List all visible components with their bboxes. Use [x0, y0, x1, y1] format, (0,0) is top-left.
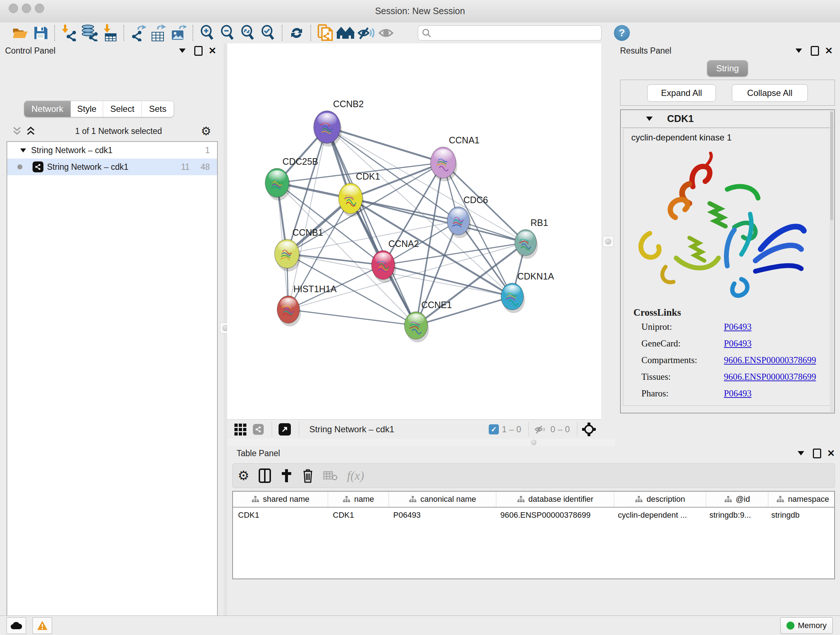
- network-options-gear-icon[interactable]: ⚙: [201, 125, 211, 137]
- column-header-shared-name[interactable]: shared name: [233, 492, 328, 507]
- crosslink-link[interactable]: P06493: [724, 388, 752, 399]
- collapse-all-icon[interactable]: [11, 126, 22, 136]
- table-row[interactable]: CDK1CDK1P064939606.ENSP00000378699cyclin…: [233, 508, 834, 523]
- crosslink-link[interactable]: 9606.ENSP00000378699: [724, 355, 816, 365]
- float-panel-icon[interactable]: [813, 448, 821, 458]
- entry-collapse-icon[interactable]: [646, 117, 653, 121]
- collapse-all-button[interactable]: Collapse All: [732, 84, 808, 102]
- tab-string[interactable]: String: [707, 60, 748, 76]
- table-options-gear-icon[interactable]: ⚙: [238, 469, 249, 482]
- crosslink-link[interactable]: P06493: [724, 322, 752, 332]
- export-image-button[interactable]: [169, 24, 189, 42]
- show-columns-icon[interactable]: [259, 469, 271, 483]
- edge-HIST1H1A-CCNE1[interactable]: [288, 310, 416, 325]
- close-panel-icon[interactable]: ✕: [825, 46, 833, 55]
- close-window-button[interactable]: [9, 4, 18, 13]
- selected-nodes-checkbox-icon[interactable]: ✓: [489, 424, 499, 434]
- close-panel-icon[interactable]: ✕: [827, 448, 835, 458]
- hidden-eye-icon[interactable]: [533, 424, 548, 435]
- help-button[interactable]: ?: [614, 25, 630, 41]
- add-column-icon[interactable]: [280, 469, 293, 483]
- tab-select[interactable]: Select: [103, 101, 142, 117]
- network-collection-row[interactable]: String Network – cdk1 1: [7, 142, 217, 158]
- splitter-handle[interactable]: [531, 440, 537, 445]
- vertical-splitter[interactable]: [224, 43, 227, 616]
- edge-CDK1-RB1[interactable]: [351, 198, 526, 242]
- edge-CCNB1-CCNA2[interactable]: [287, 254, 383, 265]
- node-label-RB1: RB1: [531, 218, 548, 228]
- show-all-button[interactable]: [376, 24, 396, 42]
- export-network-button[interactable]: [128, 24, 148, 42]
- network-overview-icon[interactable]: [253, 424, 264, 435]
- cell-namespace[interactable]: stringdb: [766, 508, 835, 523]
- column-header-database-identifier[interactable]: database identifier: [496, 492, 614, 507]
- close-panel-icon[interactable]: ✕: [208, 46, 216, 55]
- cell-@id[interactable]: stringdb:9...: [704, 508, 766, 523]
- expand-all-button[interactable]: Expand All: [647, 84, 716, 102]
- edge-CCNB2-RB1[interactable]: [327, 127, 526, 242]
- edge-CCNB2-HIST1H1A[interactable]: [288, 127, 327, 310]
- cloud-status-button[interactable]: [6, 617, 26, 634]
- panel-menu-icon[interactable]: [796, 49, 802, 53]
- import-table-button[interactable]: [99, 24, 120, 42]
- node-HIST1H1A[interactable]: HIST1H1A: [277, 284, 337, 326]
- column-header-namespace[interactable]: namespace: [768, 492, 835, 507]
- node-CDKN1A[interactable]: CDKN1A: [501, 271, 554, 313]
- export-table-button[interactable]: [148, 24, 169, 42]
- results-scrollbar[interactable]: [830, 111, 834, 412]
- string-network-graph[interactable]: CCNB2CCNA1CDC25BCDK1CDC6RB1CCNB1CCNA2CDK…: [227, 43, 601, 419]
- node-RB1[interactable]: RB1: [515, 218, 548, 259]
- import-database-button[interactable]: [79, 24, 99, 42]
- tab-sets[interactable]: Sets: [142, 101, 174, 117]
- minimize-window-button[interactable]: [22, 4, 31, 13]
- network-canvas[interactable]: CCNB2CCNA1CDC25BCDK1CDC6RB1CCNB1CCNA2CDK…: [227, 43, 601, 419]
- hide-selected-button[interactable]: [355, 24, 376, 42]
- import-network-button[interactable]: [59, 24, 79, 42]
- node-CCNA1[interactable]: CCNA1: [431, 135, 480, 181]
- cell-description[interactable]: cyclin-dependent ...: [613, 508, 704, 523]
- float-panel-icon[interactable]: [194, 46, 202, 56]
- toolbar-search-input[interactable]: [418, 25, 602, 41]
- detach-view-icon[interactable]: [279, 423, 291, 435]
- open-session-button[interactable]: [10, 24, 30, 42]
- crosslink-link[interactable]: P06493: [724, 339, 752, 348]
- zoom-in-button[interactable]: [197, 24, 218, 42]
- zoom-out-button[interactable]: [218, 24, 238, 42]
- cell-database-identifier[interactable]: 9606.ENSP00000378699: [495, 508, 613, 523]
- collection-expand-icon[interactable]: [20, 149, 26, 152]
- save-floppy-icon: [34, 26, 47, 40]
- crosslink-link[interactable]: 9606.ENSP00000378699: [724, 372, 816, 382]
- first-neighbors-button[interactable]: [335, 24, 355, 42]
- edge-CCNB2-CCNE1[interactable]: [327, 127, 416, 325]
- memory-button[interactable]: Memory: [780, 617, 833, 634]
- node-CCNB2[interactable]: CCNB2: [314, 99, 363, 147]
- panel-menu-icon[interactable]: [179, 49, 186, 53]
- grid-view-icon[interactable]: [234, 424, 246, 435]
- splitter-handle[interactable]: [603, 236, 614, 247]
- cell-name[interactable]: CDK1: [328, 508, 388, 523]
- float-panel-icon[interactable]: [811, 46, 819, 56]
- warning-status-button[interactable]: [33, 617, 52, 634]
- save-session-button[interactable]: [30, 24, 51, 42]
- expand-all-icon[interactable]: [25, 126, 36, 136]
- zoom-selected-button[interactable]: [258, 24, 278, 42]
- zoom-fit-button[interactable]: [238, 24, 258, 42]
- cell-canonical-name[interactable]: P06493: [388, 508, 495, 523]
- column-header-canonical-name[interactable]: canonical name: [389, 492, 496, 507]
- delete-column-icon[interactable]: [302, 469, 314, 483]
- copy-style-button[interactable]: [315, 24, 335, 42]
- tab-style[interactable]: Style: [71, 101, 103, 117]
- edge-CCNB2-CCNA1[interactable]: [327, 127, 443, 163]
- column-header-description[interactable]: description: [614, 492, 706, 507]
- refresh-button[interactable]: [286, 24, 307, 42]
- network-row-selected[interactable]: String Network – cdk1 11 48: [7, 158, 217, 175]
- column-header-name[interactable]: name: [328, 492, 389, 507]
- birdseye-crosshair-icon[interactable]: [582, 422, 596, 437]
- cell-shared-name[interactable]: CDK1: [233, 508, 328, 523]
- tab-network[interactable]: Network: [24, 101, 71, 117]
- node-table[interactable]: shared namenamecanonical namedatabase id…: [232, 491, 835, 579]
- panel-menu-icon[interactable]: [798, 451, 804, 455]
- maximize-window-button[interactable]: [35, 4, 44, 13]
- column-header-@id[interactable]: @id: [706, 492, 768, 507]
- search-field[interactable]: [431, 28, 601, 38]
